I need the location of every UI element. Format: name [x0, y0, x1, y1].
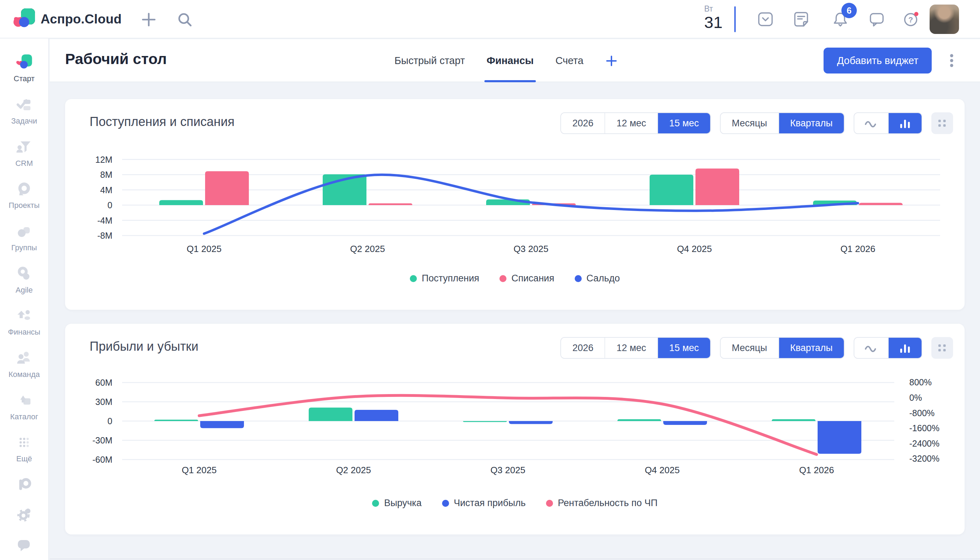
sidebar-item-catalog[interactable]: Каталог: [0, 385, 48, 428]
inbox-icon[interactable]: [757, 11, 773, 27]
segment-option[interactable]: 12 мес: [605, 338, 657, 358]
bar-Выручка[interactable]: [309, 408, 352, 421]
aspro-logo-icon[interactable]: [13, 8, 36, 30]
widget-drag-handle-icon[interactable]: [932, 337, 953, 359]
bar-Выручка[interactable]: [617, 419, 661, 421]
bar-Списания[interactable]: [859, 203, 903, 205]
notes-icon[interactable]: [793, 11, 809, 27]
legend-item[interactable]: Поступления: [410, 273, 479, 284]
y-axis-tick: 4M: [100, 185, 112, 195]
sidebar-item-tasks[interactable]: Задачи: [0, 90, 48, 132]
segment-option[interactable]: 15 мес: [657, 113, 710, 133]
x-axis-label: Q1 2025: [187, 243, 222, 254]
sidebar-item-finance[interactable]: Финансы: [0, 301, 48, 343]
weekday-label: Вт: [704, 4, 732, 13]
legend-label: Сальдо: [587, 273, 620, 284]
bar-Чистая прибыль[interactable]: [355, 410, 398, 421]
legend-item[interactable]: Чистая прибыль: [442, 498, 526, 508]
granularity-segment: МесяцыКварталы: [720, 112, 845, 134]
bar-chart-icon[interactable]: [888, 338, 922, 358]
bar-Списания[interactable]: [205, 171, 249, 205]
line-chart-icon[interactable]: [854, 113, 888, 133]
bar-Поступления[interactable]: [650, 175, 693, 205]
y-axis-tick: 8M: [100, 170, 112, 180]
calendar-date[interactable]: Вт 31: [704, 4, 732, 32]
tab-quick-start[interactable]: Быстрый старт: [395, 39, 465, 82]
widget-title: Прибыли и убытки: [90, 339, 198, 354]
legend-dot: [372, 500, 379, 507]
bar-Чистая прибыль[interactable]: [200, 421, 244, 428]
sidebar-item-agile[interactable]: Agile: [0, 258, 48, 301]
bar-Поступления[interactable]: [159, 200, 203, 205]
legend-item[interactable]: Выручка: [372, 498, 422, 508]
y-axis-right-tick: 0%: [909, 393, 922, 402]
bar-Чистая прибыль[interactable]: [663, 421, 707, 425]
cash-flow-chart[interactable]: 12M8M4M0-4M-8MQ1 2025Q2 2025Q3 2025Q4 20…: [72, 154, 954, 270]
avatar[interactable]: [930, 5, 959, 34]
legend-dot: [442, 500, 449, 507]
search-icon[interactable]: [176, 10, 194, 29]
legend-item[interactable]: Списания: [500, 273, 554, 284]
legend-dot: [546, 500, 553, 507]
create-plus-icon[interactable]: [140, 10, 158, 29]
sidebar-item-projects[interactable]: Проекты: [0, 174, 48, 217]
x-axis-label: Q3 2025: [490, 465, 525, 475]
segment-option[interactable]: Месяцы: [721, 113, 778, 133]
legend-dot: [500, 275, 507, 282]
segment-option[interactable]: 15 мес: [657, 338, 710, 358]
sidebar-item-more[interactable]: Ещё: [0, 428, 48, 470]
bar-Выручка[interactable]: [463, 421, 507, 422]
segment-option[interactable]: Кварталы: [778, 338, 844, 358]
widget-drag-handle-icon[interactable]: [932, 112, 953, 134]
help-icon[interactable]: ?: [903, 11, 919, 27]
y-axis-tick: -8M: [97, 231, 112, 240]
period-segment: 202612 мес15 мес: [560, 112, 710, 134]
tab-finances[interactable]: Финансы: [487, 39, 534, 82]
sidebar-bottom-settings-icon[interactable]: [0, 500, 48, 530]
sidebar-item-start[interactable]: Старт: [0, 48, 48, 90]
legend-dot: [410, 275, 417, 282]
bar-Выручка[interactable]: [772, 419, 815, 421]
bar-Списания[interactable]: [368, 203, 412, 205]
bar-chart-icon[interactable]: [888, 113, 922, 133]
sidebar-item-groups[interactable]: Группы: [0, 217, 48, 259]
sidebar-bottom-chat-icon[interactable]: [0, 530, 48, 560]
add-tab-plus-icon[interactable]: [605, 39, 619, 82]
profit-loss-chart[interactable]: 60M30M0-30M-60M800%0%-800%-1600%-2400%-3…: [72, 371, 954, 487]
bar-Чистая прибыль[interactable]: [509, 421, 553, 424]
page-header: Рабочий стол Быстрый стартФинансыСчета Д…: [50, 39, 980, 82]
chat-icon[interactable]: [869, 11, 885, 27]
segment-option[interactable]: Месяцы: [721, 338, 778, 358]
segment-option[interactable]: 12 мес: [605, 113, 657, 133]
tab-accounts[interactable]: Счета: [555, 39, 583, 82]
y-axis-right-tick: -800%: [909, 408, 935, 418]
x-axis-label: Q2 2025: [336, 465, 371, 475]
y-axis-right-tick: -2400%: [909, 438, 939, 448]
add-widget-button[interactable]: Добавить виджет: [823, 48, 932, 73]
bar-Выручка[interactable]: [154, 420, 198, 421]
x-axis-label: Q4 2025: [677, 243, 712, 254]
next-widget-edge: [50, 558, 980, 559]
x-axis-label: Q1 2026: [799, 465, 834, 475]
bar-Списания[interactable]: [695, 169, 739, 205]
line-Рентабельность по ЧП[interactable]: [199, 395, 817, 455]
line-chart-icon[interactable]: [854, 338, 888, 358]
segment-option[interactable]: Кварталы: [778, 113, 844, 133]
legend-item[interactable]: Сальдо: [575, 273, 620, 284]
header-divider: [734, 6, 736, 32]
legend-item[interactable]: Рентабельность по ЧП: [546, 498, 658, 508]
bar-Чистая прибыль[interactable]: [818, 421, 862, 453]
widget-profit-loss: Прибыли и убытки 202612 мес15 месМесяцыК…: [65, 324, 965, 535]
line-Сальдо[interactable]: [204, 175, 858, 233]
sidebar-bottom-brand-p-icon[interactable]: [0, 470, 48, 500]
y-axis-tick: -30M: [92, 435, 112, 445]
sidebar-item-team[interactable]: Команда: [0, 343, 48, 386]
x-axis-label: Q4 2025: [645, 465, 680, 475]
kebab-menu-icon[interactable]: [943, 52, 960, 69]
sidebar-item-label: Старт: [13, 74, 35, 83]
catalog-icon: [16, 392, 33, 410]
sidebar-item-crm[interactable]: CRM: [0, 132, 48, 174]
segment-option[interactable]: 2026: [561, 113, 605, 133]
sidebar-item-label: CRM: [15, 159, 33, 168]
segment-option[interactable]: 2026: [561, 338, 605, 358]
